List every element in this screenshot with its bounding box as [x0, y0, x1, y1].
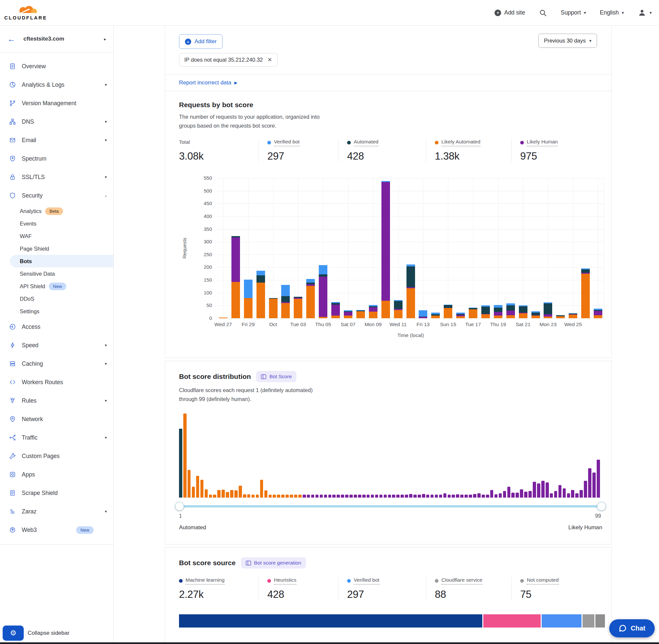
stat-label[interactable]: Automated: [354, 139, 378, 146]
slider-handle-max[interactable]: [597, 502, 606, 511]
close-icon[interactable]: ✕: [267, 57, 272, 63]
gridline: [273, 178, 274, 318]
sidebar-item-dns[interactable]: DNS▾: [0, 112, 113, 131]
caret-right-icon[interactable]: ▸: [104, 37, 106, 42]
bot-score-badge[interactable]: Bot Score: [256, 371, 297, 382]
sidebar-item-label: Overview: [22, 63, 107, 70]
stat-label[interactable]: Likely Human: [527, 139, 558, 146]
y-tick-label: 250: [191, 252, 212, 257]
bar-segment-likely-human: [594, 311, 602, 315]
sidebar-item-label: Speed: [22, 342, 105, 349]
stat-label[interactable]: Cloudflare service: [442, 577, 482, 585]
slider-handle-min[interactable]: [175, 502, 184, 511]
stat-label-row: Likely Human: [520, 139, 598, 146]
score-histogram[interactable]: [179, 414, 601, 498]
chat-button[interactable]: Chat: [609, 619, 655, 638]
chart-bar: [532, 311, 540, 318]
sidebar-item-web3[interactable]: Web3New: [0, 521, 113, 539]
bar-segment-likely-automated: [532, 316, 540, 318]
sidebar-item-scrape-shield[interactable]: Scrape Shield: [0, 484, 113, 502]
slider-categories: Automated Likely Human: [179, 524, 602, 531]
sidebar-item-api-shield[interactable]: API ShieldNew: [0, 280, 113, 293]
sidebar-item-analytics[interactable]: AnalyticsBeta: [0, 205, 113, 217]
chart-bar: [444, 305, 452, 318]
stat-value: 428: [347, 151, 426, 162]
sidebar-item-ddos[interactable]: DDoS: [0, 293, 113, 305]
histogram-bar: [294, 495, 297, 498]
add-filter-button[interactable]: + Add filter: [179, 34, 222, 49]
sidebar-item-workers-routes[interactable]: Workers Routes: [0, 373, 113, 391]
bot-score-generation-badge[interactable]: Bot score generation: [241, 557, 306, 569]
language-label: English: [600, 9, 619, 16]
chevron-up-icon: ▴: [105, 193, 107, 198]
sidebar-item-traffic[interactable]: Traffic▾: [0, 428, 113, 447]
sidebar-item-zaraz[interactable]: Zaraz▾: [0, 502, 113, 521]
histogram-bar: [196, 476, 199, 498]
slider-track[interactable]: [179, 505, 601, 507]
sidebar-item-bots[interactable]: Bots: [10, 255, 113, 268]
histogram-bar: [443, 493, 447, 498]
sidebar-item-settings[interactable]: Settings: [0, 305, 113, 318]
traffic-icon: [9, 434, 16, 441]
histogram-bar: [213, 495, 216, 498]
sidebar-item-custom-pages[interactable]: Custom Pages: [0, 447, 113, 465]
sidebar-item-email[interactable]: Email▾: [0, 131, 113, 150]
stat-label[interactable]: Verified bot: [354, 577, 379, 585]
report-link-label: Report incorrect data: [179, 79, 231, 86]
stat-label[interactable]: Likely Automated: [442, 139, 480, 146]
stat-label[interactable]: Heuristics: [274, 577, 297, 585]
x-tick-label: Mon 23: [540, 322, 557, 327]
sidebar-item-rules[interactable]: Rules▾: [0, 391, 113, 410]
site-selector[interactable]: ← cftestsite3.com ▸: [0, 26, 113, 52]
histogram-bar: [281, 495, 284, 498]
bar-segment-automated: [544, 303, 552, 314]
report-incorrect-data-link[interactable]: Report incorrect data ▶: [165, 74, 612, 91]
sidebar-item-access[interactable]: Access: [0, 318, 113, 336]
x-tick-label: Sat 21: [516, 322, 531, 327]
stat-cloudflare-service: Cloudflare service88: [426, 577, 511, 600]
stat-label[interactable]: Machine learning: [186, 577, 225, 585]
sidebar-item-security[interactable]: Security▴: [0, 186, 113, 205]
collapse-sidebar-button[interactable]: Collapse sidebar: [28, 630, 70, 637]
search-button[interactable]: [539, 9, 547, 17]
sidebar-item-speed[interactable]: Speed▾: [0, 336, 113, 354]
bar-segment-likely-human: [494, 312, 502, 316]
bar-segment-likely-automated: [281, 303, 290, 318]
plot-area[interactable]: Wed 27Fri 29OctTue 03Thu 05Sat 07Mon 09W…: [217, 178, 604, 318]
stat-label[interactable]: Verified bot: [274, 139, 300, 146]
scrape-shield-icon: [9, 489, 16, 497]
sidebar-item-sensitive-data[interactable]: Sensitive Data: [0, 268, 113, 280]
cloudflare-logo[interactable]: CLOUDFLARE: [6, 5, 46, 20]
account-menu[interactable]: ▾: [638, 8, 652, 17]
sidebar-item-caching[interactable]: Caching▾: [0, 354, 113, 373]
add-site-button[interactable]: + Add site: [494, 9, 525, 16]
zaraz-icon: [9, 508, 16, 515]
sidebar-item-ssl-tls[interactable]: SSL/TLS▾: [0, 168, 113, 186]
sidebar-item-events[interactable]: Events: [0, 217, 113, 230]
likely-automated-legend-dot: [435, 141, 439, 144]
cloudflare-service-legend-dot: [435, 579, 439, 583]
time-range-select[interactable]: Previous 30 days ▾: [538, 33, 597, 48]
language-menu[interactable]: English ▾: [600, 9, 624, 16]
likely-human-legend-dot: [520, 141, 524, 144]
sidebar-item-spectrum[interactable]: Spectrum: [0, 150, 113, 168]
chart-bar: [319, 265, 327, 318]
support-menu[interactable]: Support ▾: [561, 9, 586, 16]
sidebar-item-page-shield[interactable]: Page Shield: [0, 243, 113, 255]
back-arrow-icon[interactable]: ←: [7, 35, 16, 43]
sidebar-item-network[interactable]: Network: [0, 410, 113, 428]
stat-label[interactable]: Not computed: [527, 577, 559, 585]
sidebar-item-apps[interactable]: Apps: [0, 465, 113, 484]
sidebar-item-overview[interactable]: Overview: [0, 57, 113, 75]
sidebar-item-version-management[interactable]: Version Management: [0, 94, 113, 112]
sidebar-item-waf[interactable]: WAF: [0, 230, 113, 243]
sidebar-item-analytics-logs[interactable]: Analytics & Logs▾: [0, 75, 113, 94]
docs-icon: [261, 374, 266, 379]
rules-icon: [9, 397, 16, 404]
bar-segment-verified-bot: [281, 285, 290, 296]
bar-segment-likely-automated: [469, 309, 477, 318]
settings-gear-button[interactable]: ⚙: [3, 625, 24, 641]
stat-value: 75: [520, 589, 598, 600]
section-title: Bot score distribution: [179, 373, 251, 381]
gridline: [217, 178, 604, 178]
